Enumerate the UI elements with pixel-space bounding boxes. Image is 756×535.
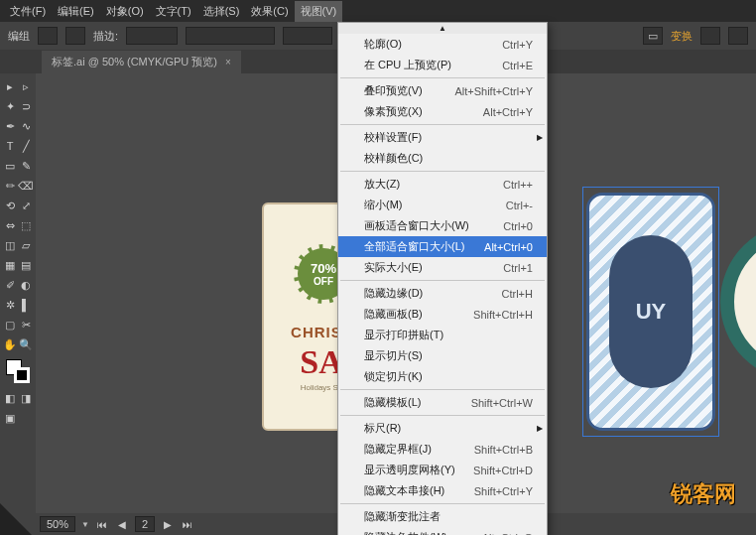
menu-item-label: 显示透明度网格(Y) (364, 463, 455, 477)
slice-tool[interactable]: ✂ (18, 316, 34, 334)
free-transform-tool[interactable]: ⬚ (18, 216, 34, 234)
view-context-menu: ▲ 轮廓(O)Ctrl+Y在 CPU 上预览(P)Ctrl+E叠印预览(V)Al… (337, 22, 548, 535)
mesh-tool[interactable]: ▦ (2, 256, 18, 274)
hand-tool[interactable]: ✋ (2, 335, 18, 353)
menu-item[interactable]: 显示切片(S) (338, 345, 547, 366)
width-tool[interactable]: ⇔ (2, 216, 18, 234)
menu-object[interactable]: 对象(O) (100, 1, 150, 22)
style-dropdown[interactable] (283, 27, 332, 45)
menu-item[interactable]: 缩小(M)Ctrl+- (338, 195, 547, 215)
lasso-tool[interactable]: ⊃ (18, 97, 34, 115)
last-artboard-button[interactable]: ⏭ (181, 517, 194, 531)
fill-swatch-control[interactable] (38, 27, 58, 45)
watermark: 锐客网 (671, 479, 736, 509)
menu-item[interactable]: 锁定切片(K) (338, 366, 547, 387)
menu-type[interactable]: 文字(T) (150, 1, 197, 22)
menu-item[interactable]: 隐藏渐变批注者 (338, 506, 547, 527)
symbol-sprayer-tool[interactable]: ✲ (2, 296, 18, 314)
stroke-swatch-control[interactable] (65, 27, 85, 45)
paintbrush-tool[interactable]: ✎ (18, 157, 34, 175)
extra-button-2[interactable] (728, 27, 748, 45)
menu-item[interactable]: 实际大小(E)Ctrl+1 (338, 257, 547, 278)
artboard-number[interactable]: 2 (135, 516, 155, 532)
shape-builder-tool[interactable]: ◫ (2, 236, 18, 254)
menu-item-label: 隐藏模板(L) (364, 395, 421, 410)
menu-item[interactable]: 显示打印拼贴(T) (338, 325, 547, 345)
column-graph-tool[interactable]: ▌ (18, 296, 34, 314)
curvature-tool[interactable]: ∿ (18, 117, 34, 135)
perspective-tool[interactable]: ▱ (18, 236, 34, 254)
zoom-tool[interactable]: 🔍 (18, 335, 34, 353)
rectangle-tool[interactable]: ▭ (2, 157, 18, 175)
eraser-tool[interactable]: ⌫ (18, 177, 34, 195)
menu-item[interactable]: 叠印预览(V)Alt+Shift+Ctrl+Y (338, 80, 547, 101)
menu-file[interactable]: 文件(F) (4, 1, 52, 22)
stroke-color[interactable] (14, 367, 30, 383)
artwork-tag-2-selected[interactable]: UY (586, 193, 715, 431)
menu-item-label: 在 CPU 上预览(P) (364, 58, 451, 72)
type-tool[interactable]: T (2, 137, 18, 155)
tag1-badge-off: OFF (314, 276, 333, 287)
next-artboard-button[interactable]: ▶ (161, 517, 175, 531)
document-tab[interactable]: 标签.ai @ 50% (CMYK/GPU 预览) × (42, 51, 241, 73)
menu-item-shortcut: Shift+Ctrl+H (473, 309, 533, 321)
menu-item[interactable]: 隐藏定界框(J)Shift+Ctrl+B (338, 439, 547, 460)
menu-item[interactable]: 校样设置(F)▶ (338, 127, 547, 148)
extra-button-1[interactable] (700, 27, 720, 45)
menu-item[interactable]: 隐藏边角构件(W)Alt+Ctrl+G (338, 527, 547, 535)
menu-item-label: 校样颜色(C) (364, 151, 423, 166)
menu-separator (340, 280, 545, 281)
magic-wand-tool[interactable]: ✦ (2, 97, 18, 115)
close-icon[interactable]: × (225, 57, 231, 67)
color-mode[interactable]: ◧ (2, 389, 18, 407)
menu-item-label: 标尺(R) (364, 421, 401, 436)
menu-item[interactable]: 放大(Z)Ctrl++ (338, 174, 547, 195)
zoom-dropdown-icon[interactable]: ▼ (81, 520, 89, 529)
line-tool[interactable]: ╱ (18, 137, 34, 155)
toolbox: ▸▹ ✦⊃ ✒∿ T╱ ▭✎ ✏⌫ ⟲⤢ ⇔⬚ ◫▱ ▦▤ ✐◐ ✲▌ ▢✂ ✋… (0, 73, 36, 513)
pencil-tool[interactable]: ✏ (2, 177, 18, 195)
submenu-arrow-icon: ▶ (537, 424, 543, 433)
menu-select[interactable]: 选择(S) (197, 1, 246, 22)
artboard-tool[interactable]: ▢ (2, 316, 18, 334)
artwork-tag-3[interactable]: Merry SEA SA (720, 222, 756, 401)
menu-item[interactable]: 轮廓(O)Ctrl+Y (338, 34, 547, 55)
menu-item[interactable]: 画板适合窗口大小(W)Ctrl+0 (338, 215, 547, 236)
fill-stroke-swatch[interactable] (6, 359, 30, 383)
scale-tool[interactable]: ⤢ (18, 197, 34, 214)
menu-item-shortcut: Shift+Ctrl+Y (474, 485, 533, 497)
menu-view[interactable]: 视图(V) (295, 1, 343, 22)
menu-item[interactable]: 全部适合窗口大小(L)Alt+Ctrl+0 (338, 236, 547, 257)
zoom-combo[interactable]: 50% (40, 516, 75, 532)
first-artboard-button[interactable]: ⏮ (95, 517, 109, 531)
prev-artboard-button[interactable]: ◀ (115, 517, 129, 531)
menu-item-shortcut: Alt+Shift+Ctrl+Y (454, 85, 533, 97)
align-button[interactable]: ▭ (643, 27, 663, 45)
eyedropper-tool[interactable]: ✐ (2, 276, 18, 294)
menu-item[interactable]: 隐藏画板(B)Shift+Ctrl+H (338, 304, 547, 325)
menu-item-shortcut: Alt+Ctrl+G (482, 532, 533, 536)
menu-edit[interactable]: 编辑(E) (52, 1, 100, 22)
stroke-weight-dropdown[interactable] (126, 27, 178, 45)
transform-link[interactable]: 变换 (671, 29, 693, 44)
menu-item[interactable]: 标尺(R)▶ (338, 418, 547, 439)
blend-tool[interactable]: ◐ (18, 276, 34, 294)
pen-tool[interactable]: ✒ (2, 117, 18, 135)
gradient-tool[interactable]: ▤ (18, 256, 34, 274)
menu-item[interactable]: 在 CPU 上预览(P)Ctrl+E (338, 55, 547, 75)
rotate-tool[interactable]: ⟲ (2, 197, 18, 214)
menu-item[interactable]: 隐藏边缘(D)Ctrl+H (338, 283, 547, 304)
menu-item-shortcut: Ctrl+E (502, 60, 533, 71)
menu-item[interactable]: 显示透明度网格(Y)Shift+Ctrl+D (338, 460, 547, 480)
selection-tool[interactable]: ▸ (2, 77, 18, 95)
direct-selection-tool[interactable]: ▹ (18, 77, 34, 95)
menu-item[interactable]: 像素预览(X)Alt+Ctrl+Y (338, 101, 547, 122)
menu-item[interactable]: 隐藏模板(L)Shift+Ctrl+W (338, 392, 547, 413)
draw-mode[interactable]: ◨ (18, 389, 34, 407)
screen-mode[interactable]: ▣ (2, 409, 18, 427)
menu-item[interactable]: 校样颜色(C) (338, 148, 547, 169)
menu-scroll-up[interactable]: ▲ (338, 23, 547, 34)
menu-item[interactable]: 隐藏文本串接(H)Shift+Ctrl+Y (338, 480, 547, 501)
menu-effect[interactable]: 效果(C) (245, 1, 294, 22)
brush-dropdown[interactable] (186, 27, 275, 45)
